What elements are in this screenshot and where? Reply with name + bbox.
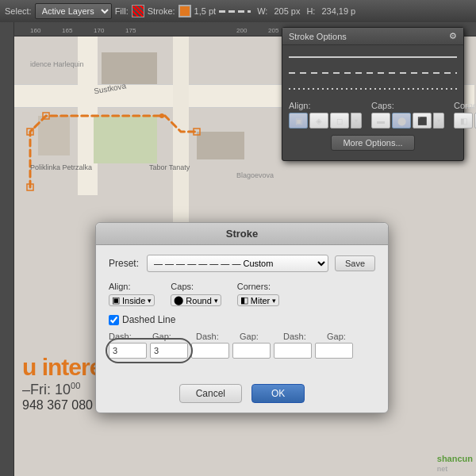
- stroke-options-panel: Stroke Options ⚙ Align: ▣ ◈ ◻ ▾ Caps:: [282, 27, 464, 161]
- so-caps-label: Caps:: [371, 101, 444, 110]
- dotted-line-preview: [289, 88, 457, 90]
- active-layers-select[interactable]: Active Layers: [35, 3, 112, 19]
- preset-select[interactable]: — — — — — — — — Custom: [147, 255, 328, 272]
- caps-control: ⬤ Round ▾: [171, 294, 221, 306]
- align-label: Align:: [109, 282, 155, 291]
- so-corners-label: Corners:: [454, 101, 476, 110]
- align-caps-corners-row: Align: ▣ Inside ▾ Caps: ⬤ Round ▾: [109, 282, 375, 306]
- stroke-pt-value: 1,5 pt: [194, 6, 217, 16]
- map-label-blagoevova: Blagoevova: [236, 171, 274, 179]
- caps-chevron-icon[interactable]: ▾: [212, 297, 221, 305]
- caps-icon: ⬤: [171, 295, 186, 305]
- gap-input-3[interactable]: [315, 343, 353, 359]
- width-value: 205 px: [274, 6, 300, 16]
- gap-input-2[interactable]: [232, 343, 271, 359]
- align-chevron-icon[interactable]: ▾: [145, 297, 154, 305]
- height-label: H:: [306, 6, 315, 16]
- gap-input-1[interactable]: [150, 343, 188, 359]
- align-value: Inside: [122, 296, 145, 305]
- watermark: shancun net: [437, 454, 473, 473]
- corners-chevron-icon[interactable]: ▾: [270, 297, 278, 305]
- dashed-line-preview: [289, 72, 457, 74]
- dashed-line-label: Dashed Line: [122, 314, 175, 325]
- gap-col-2-label: Gap:: [240, 332, 283, 341]
- dash-input-2[interactable]: [191, 343, 229, 359]
- stroke-dialog-title: Stroke: [96, 223, 388, 245]
- stroke-label: Stroke:: [148, 6, 175, 16]
- ruler-tick-175: 175: [125, 27, 136, 34]
- align-icon: ▣: [109, 295, 122, 305]
- ruler-tick-205: 205: [268, 27, 278, 34]
- so-align-center-btn[interactable]: ◈: [309, 113, 328, 129]
- ruler-tick-170: 170: [94, 27, 104, 34]
- so-caps-square-btn[interactable]: ⬛: [413, 113, 432, 129]
- dashed-line-row: Dashed Line: [109, 314, 375, 325]
- stroke-swatch[interactable]: [178, 5, 191, 17]
- line-preset-dashed[interactable]: [289, 67, 457, 79]
- gap-col-3-label: Gap:: [327, 332, 370, 341]
- svg-point-4: [159, 113, 164, 118]
- watermark-text: shancun: [437, 454, 473, 463]
- corners-icon: ◧: [238, 295, 251, 305]
- so-align-chevron[interactable]: ▾: [351, 113, 362, 129]
- corners-label: Corners:: [237, 282, 279, 291]
- orange-dashed-path[interactable]: [22, 68, 228, 227]
- stroke-options-gear-icon[interactable]: ⚙: [449, 31, 457, 41]
- solid-line-preview: [289, 56, 457, 58]
- caps-value: Round: [186, 296, 211, 305]
- select-label: Select:: [5, 6, 32, 16]
- dash-col-3-label: Dash:: [283, 332, 327, 341]
- dash-gap-headers: Dash: Gap: Dash: Gap: Dash: Gap:: [109, 332, 375, 341]
- so-corners-col: Corners: ◧ ◕ ⬡ ▾: [454, 101, 476, 129]
- line-preset-solid[interactable]: [289, 52, 457, 63]
- dash-input-1[interactable]: [109, 343, 147, 359]
- dash-gap-inputs: [109, 343, 375, 359]
- corners-value: Miter: [251, 296, 270, 305]
- dashed-line-checkbox[interactable]: [109, 315, 119, 325]
- caps-select-wrapper: ⬤ Round ▾: [171, 294, 221, 306]
- stroke-dialog-body: Preset: — — — — — — — — Custom Save Alig…: [96, 245, 388, 378]
- so-caps-col: Caps: ▬ ⬤ ⬛ ▾: [371, 101, 444, 129]
- ruler-tick-165: 165: [62, 27, 72, 34]
- corners-control: ◧ Miter ▾: [237, 294, 279, 306]
- gap-col-1-label: Gap:: [152, 332, 196, 341]
- dash-preview: [219, 10, 251, 13]
- stroke-options-body: Align: ▣ ◈ ◻ ▾ Caps: ▬ ⬤ ⬛ ▾ Corners:: [282, 45, 463, 160]
- more-options-button[interactable]: More Options...: [331, 135, 414, 151]
- ruler-tick-200: 200: [236, 27, 247, 34]
- dash-input-3[interactable]: [274, 343, 312, 359]
- stroke-options-title-bar: Stroke Options ⚙: [282, 28, 463, 45]
- fill-label: Fill:: [115, 6, 129, 16]
- caps-label: Caps:: [171, 282, 221, 291]
- dash-col-2-label: Dash:: [196, 332, 240, 341]
- line-preset-dotted[interactable]: [289, 83, 457, 94]
- cancel-button[interactable]: Cancel: [179, 384, 242, 403]
- so-align-inside-btn[interactable]: ▣: [289, 113, 308, 129]
- so-corners-miter-btn[interactable]: ◧: [454, 113, 473, 129]
- preset-row: Preset: — — — — — — — — Custom Save: [109, 255, 375, 272]
- fill-swatch[interactable]: [132, 5, 144, 17]
- so-options-row: Align: ▣ ◈ ◻ ▾ Caps: ▬ ⬤ ⬛ ▾ Corners:: [289, 101, 457, 129]
- so-caps-butt-btn[interactable]: ▬: [371, 113, 390, 129]
- ok-button[interactable]: OK: [251, 384, 305, 403]
- dashed-line-checkbox-area: Dashed Line: [109, 314, 175, 325]
- save-button[interactable]: Save: [335, 255, 375, 271]
- map-label-tabor: Tabor Tanaty: [149, 163, 190, 171]
- dialog-footer: Cancel OK: [96, 378, 388, 413]
- ruler-tick-160: 160: [30, 27, 40, 34]
- so-align-outside-btn[interactable]: ◻: [330, 113, 349, 129]
- toolbar: Select: Active Layers Fill: Stroke: 1,5 …: [0, 0, 476, 22]
- width-label: W:: [257, 6, 267, 16]
- so-caps-chevron[interactable]: ▾: [433, 113, 444, 129]
- so-align-col: Align: ▣ ◈ ◻ ▾: [289, 101, 362, 129]
- corners-select-wrapper: ◧ Miter ▾: [237, 294, 279, 306]
- dash-gap-section: Dash: Gap: Dash: Gap: Dash: Gap:: [109, 332, 375, 359]
- stroke-dialog: Stroke Preset: — — — — — — — — Custom Sa…: [95, 222, 389, 413]
- align-select-wrapper: ▣ Inside ▾: [109, 294, 155, 306]
- height-value: 234,19 p: [321, 6, 355, 16]
- preset-label: Preset:: [109, 258, 140, 269]
- watermark-subtext: net: [437, 465, 448, 473]
- map-label-poliklinka: Poliklinka Petrzalka: [30, 163, 92, 171]
- align-control: ▣ Inside ▾: [109, 294, 155, 306]
- so-caps-round-btn[interactable]: ⬤: [392, 113, 411, 129]
